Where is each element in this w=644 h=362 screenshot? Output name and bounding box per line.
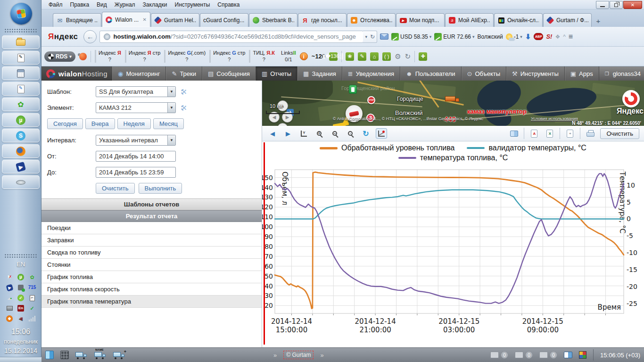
nav-tracks[interactable]: ✎Треки xyxy=(166,66,202,81)
chart-clear-button[interactable]: Очистить xyxy=(600,128,639,139)
quicklaunch-utorrent[interactable]: µ xyxy=(2,113,40,127)
truck-icon[interactable] xyxy=(75,352,88,359)
messages-counter[interactable]: 0 xyxy=(515,351,533,359)
from-input[interactable] xyxy=(96,151,176,162)
rds-tools-icon[interactable]: ❀ xyxy=(346,52,354,61)
usb-tray-icon[interactable] xyxy=(17,284,25,291)
quicklaunch-calculator[interactable] xyxy=(2,66,40,80)
menu-history[interactable]: Журнал xyxy=(111,0,139,9)
rds-links[interactable]: LinksII0/1 xyxy=(279,50,296,62)
rds-index-ya[interactable]: Индекс Я? xyxy=(95,50,121,62)
rds-code-icon[interactable]: ( ) xyxy=(382,52,391,61)
menu-tools[interactable]: Инструменты xyxy=(172,0,214,9)
tab-gurtam-forum[interactable]: Gurtam / Ф... xyxy=(543,13,592,27)
log-book-icon[interactable] xyxy=(564,352,572,358)
rds-index-ya-page[interactable]: Индекс Я стр? xyxy=(125,50,161,62)
network-flag-icon[interactable]: ⚑✗ xyxy=(6,273,13,281)
display-tray-icon[interactable] xyxy=(6,304,13,312)
language-badge[interactable]: En xyxy=(17,304,25,312)
month-button[interactable]: Месяц xyxy=(153,118,184,129)
weather-widget[interactable]: -1▾ xyxy=(506,33,522,40)
chevron-down-icon[interactable]: ▼ xyxy=(167,103,175,113)
clear-button[interactable]: Очистить xyxy=(96,183,135,194)
nav-notifications[interactable]: ≣Уведомления xyxy=(342,66,400,81)
usd-rate-widget[interactable]: USD 58.35▾ xyxy=(391,33,431,41)
tray-counter[interactable]: 715 xyxy=(28,284,36,291)
template-select[interactable]: SS Для бухгалтера▼ xyxy=(96,86,176,97)
nav-jobs[interactable]: ▦Задания xyxy=(297,66,342,81)
restore-button[interactable] xyxy=(610,1,623,9)
new-tab-button[interactable]: + xyxy=(592,15,604,27)
result-row-fuelings[interactable]: Заправки xyxy=(41,234,262,247)
quicklaunch-writer[interactable]: ✎ xyxy=(2,82,40,96)
split-view-icon[interactable] xyxy=(45,351,54,359)
stop-marker[interactable]: STOP xyxy=(367,96,375,104)
utorrent-tray-icon[interactable]: µ xyxy=(17,273,25,281)
puzzle-addon-icon[interactable]: ✚ xyxy=(419,52,427,61)
interval-select[interactable]: Указанный интервал▼ xyxy=(96,135,176,146)
templates-header[interactable]: Шаблоны отчетов xyxy=(41,198,262,210)
tab-aliexpress[interactable]: aМой AliExp... xyxy=(445,13,494,27)
quicklaunch-firefox[interactable] xyxy=(2,144,40,158)
menu-edit[interactable]: Правка xyxy=(67,0,93,9)
zoom-region-icon[interactable]: ∙ xyxy=(345,128,356,139)
menu-bookmarks[interactable]: Закладки xyxy=(140,0,171,9)
result-row-fuel-temp-chart[interactable]: График топлива температура xyxy=(41,296,262,308)
chart-prev-button[interactable]: ◀ xyxy=(267,128,278,139)
info-icon[interactable]: i xyxy=(300,52,308,60)
tab-gurtam-help[interactable]: Gurtam Hel... xyxy=(151,13,199,27)
menu-file[interactable]: Файл xyxy=(45,0,66,9)
chevron-down-icon[interactable]: ▼ xyxy=(167,135,175,145)
nav-reports[interactable]: ▥Отчеты xyxy=(256,66,297,81)
show-desktop-button[interactable] xyxy=(0,357,41,362)
tab-close-icon[interactable]: ✕ xyxy=(142,17,147,22)
tab-inbox[interactable]: ✉Входящие ... xyxy=(53,13,101,27)
volume-muted-icon[interactable]: ◀⊘ xyxy=(17,315,25,322)
quicklaunch-hat-app[interactable] xyxy=(2,175,40,189)
reload-icon[interactable]: ↻ xyxy=(370,33,375,40)
nav-monitoring[interactable]: ◉Мониторинг xyxy=(112,66,166,81)
chart-next-button[interactable]: ▶ xyxy=(282,128,294,139)
tab-cguard[interactable]: cGuard Config... xyxy=(200,13,248,27)
layers-mosaic-icon[interactable] xyxy=(579,351,586,359)
downloads-icon[interactable]: ⬇ xyxy=(525,33,531,41)
panel-toggle-icon[interactable]: ❐ xyxy=(605,71,609,76)
monitor-counter[interactable]: 0 xyxy=(490,351,508,359)
cloud-tray-icon[interactable]: ☁● xyxy=(6,294,13,302)
eur-rate-widget[interactable]: EUR 72.66▾ xyxy=(434,33,474,41)
gurtam-copyright[interactable]: © Gurtam xyxy=(283,351,314,359)
map-pan-down[interactable]: ▼ xyxy=(277,123,288,126)
paw-icon[interactable]: ❖ xyxy=(555,33,560,40)
chevron-down-icon[interactable]: ▼ xyxy=(167,87,175,97)
result-row-parkings[interactable]: Стоянки xyxy=(41,259,262,271)
menu-view[interactable]: Вид xyxy=(93,0,110,9)
grid-view-icon[interactable] xyxy=(60,351,69,359)
clipboard-plug-tray-icon[interactable]: ⌐ xyxy=(28,294,36,302)
zoom-out-icon[interactable]: − xyxy=(329,128,340,139)
tray-grip[interactable] xyxy=(4,254,37,258)
tab-parcel[interactable]: Ягде посыл... xyxy=(298,13,347,27)
browser-menu-icon[interactable]: ≡ xyxy=(569,33,572,41)
result-row-trips[interactable]: Поездки xyxy=(41,222,262,234)
nav-apps[interactable]: ▣Apps xyxy=(565,66,599,81)
today-button[interactable]: Сегодня xyxy=(47,118,83,129)
rds-index-g[interactable]: Индекс G(.com)? xyxy=(164,50,206,62)
toolbar-grip[interactable] xyxy=(4,28,37,33)
rds-index-g-page[interactable]: Индекс G стр? xyxy=(209,50,245,62)
result-row-fuel-summary[interactable]: Сводка по топливу xyxy=(41,247,262,259)
execute-button[interactable]: Выполнить xyxy=(139,183,182,194)
icq-tray-icon[interactable]: ✿ xyxy=(28,273,36,281)
rds-button[interactable]: RDS▾ xyxy=(44,51,75,62)
recycle-icon[interactable]: ↻ xyxy=(405,52,411,61)
export-excel-icon[interactable]: X xyxy=(544,128,555,139)
seo-s-icon[interactable]: S! xyxy=(546,33,552,40)
media-counter[interactable]: 0 xyxy=(539,351,557,359)
result-header[interactable]: Результат отчета xyxy=(41,210,262,222)
legend-book-icon[interactable] xyxy=(508,128,520,139)
nav-users[interactable]: ☻Пользователи xyxy=(400,66,462,81)
nav-units[interactable]: ⊙Объекты xyxy=(462,66,507,81)
bird-tray-icon[interactable]: ▶ xyxy=(6,284,13,291)
copy-report-icon[interactable]: + xyxy=(564,128,576,139)
map-view[interactable]: Городищенский район Городище Волжский ка… xyxy=(262,81,644,126)
menu-help[interactable]: Справка xyxy=(214,0,243,9)
